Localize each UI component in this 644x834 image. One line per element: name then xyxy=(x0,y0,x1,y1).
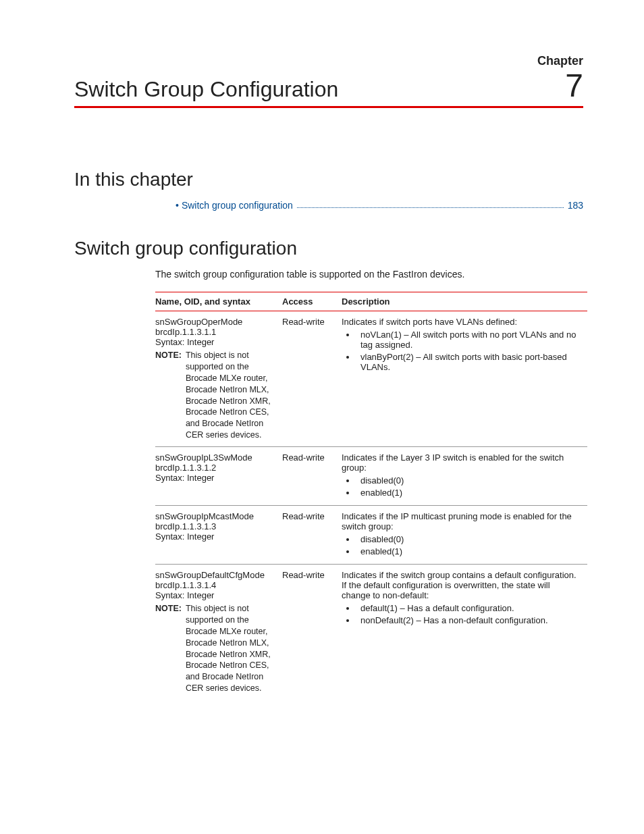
cell-description: Indicates if the Layer 3 IP switch is en… xyxy=(342,447,587,506)
cell-name: snSwGroupIpL3SwModebrcdIp.1.1.3.1.2Synta… xyxy=(155,447,282,506)
oid-table: Name, OID, and syntax Access Description… xyxy=(155,292,587,700)
description-bullets: disabled(0)enabled(1) xyxy=(342,475,581,498)
cell-access: Read-write xyxy=(282,565,342,700)
intro-paragraph: The switch group configuration table is … xyxy=(155,269,583,280)
note-text: This object is not supported on the Broc… xyxy=(186,350,275,441)
col-header-name: Name, OID, and syntax xyxy=(155,292,282,311)
oid-syntax: Syntax: Integer xyxy=(155,337,275,347)
bullet-item: disabled(0) xyxy=(356,475,581,486)
cell-access: Read-write xyxy=(282,506,342,565)
section-heading-in-this-chapter: In this chapter xyxy=(74,169,583,190)
bullet-icon: • xyxy=(176,200,179,211)
cell-name: snSwGroupOperModebrcdIp.1.1.3.1.1Syntax:… xyxy=(155,311,282,447)
cell-description: Indicates if switch ports have VLANs def… xyxy=(342,311,587,447)
oid-syntax: Syntax: Integer xyxy=(155,473,275,483)
oid-value: brcdIp.1.1.3.1.1 xyxy=(155,327,275,337)
title-row: Switch Group Configuration 7 xyxy=(74,71,583,108)
description-bullets: disabled(0)enabled(1) xyxy=(342,534,581,556)
oid-value: brcdIp.1.1.3.1.3 xyxy=(155,521,275,531)
chapter-title: Switch Group Configuration xyxy=(74,77,338,102)
oid-value: brcdIp.1.1.3.1.4 xyxy=(155,580,275,590)
description-text: Indicates if the switch group contains a… xyxy=(342,570,581,600)
bullet-item: enabled(1) xyxy=(356,546,581,556)
toc-row: • Switch group configuration 183 xyxy=(176,200,583,211)
description-bullets: noVLan(1) – All switch ports with no por… xyxy=(342,330,581,372)
toc-list: • Switch group configuration 183 xyxy=(176,200,583,211)
table-row: snSwGroupIpL3SwModebrcdIp.1.1.3.1.2Synta… xyxy=(155,447,587,506)
description-text: Indicates if switch ports have VLANs def… xyxy=(342,317,581,327)
table-row: snSwGroupDefaultCfgModebrcdIp.1.1.3.1.4S… xyxy=(155,565,587,700)
oid-name: snSwGroupOperMode xyxy=(155,317,275,327)
oid-name: snSwGroupIpMcastMode xyxy=(155,511,275,521)
chapter-number: 7 xyxy=(565,71,583,100)
bullet-item: default(1) – Has a default configuration… xyxy=(356,603,581,613)
table-header-row: Name, OID, and syntax Access Description xyxy=(155,292,587,311)
note-label: NOTE: xyxy=(155,350,182,441)
toc-leader-dots xyxy=(297,200,564,208)
chapter-label: Chapter xyxy=(74,54,583,68)
cell-description: Indicates if the IP multicast pruning mo… xyxy=(342,506,587,565)
cell-description: Indicates if the switch group contains a… xyxy=(342,565,587,700)
bullet-item: noVLan(1) – All switch ports with no por… xyxy=(356,330,581,350)
oid-name: snSwGroupIpL3SwMode xyxy=(155,452,275,463)
cell-name: snSwGroupDefaultCfgModebrcdIp.1.1.3.1.4S… xyxy=(155,565,282,700)
note: NOTE:This object is not supported on the… xyxy=(155,350,275,441)
note-text: This object is not supported on the Broc… xyxy=(186,603,275,694)
description-text: Indicates if the Layer 3 IP switch is en… xyxy=(342,452,581,473)
toc-page-number[interactable]: 183 xyxy=(568,200,583,211)
oid-value: brcdIp.1.1.3.1.2 xyxy=(155,463,275,473)
description-bullets: default(1) – Has a default configuration… xyxy=(342,603,581,625)
col-header-access: Access xyxy=(282,292,342,311)
bullet-item: nonDefault(2) – Has a non-default config… xyxy=(356,615,581,625)
cell-name: snSwGroupIpMcastModebrcdIp.1.1.3.1.3Synt… xyxy=(155,506,282,565)
bullet-item: vlanByPort(2) – All switch ports with ba… xyxy=(356,352,581,372)
section-heading-switch-group-config: Switch group configuration xyxy=(74,238,583,259)
cell-access: Read-write xyxy=(282,311,342,447)
table-row: snSwGroupOperModebrcdIp.1.1.3.1.1Syntax:… xyxy=(155,311,587,447)
col-header-description: Description xyxy=(342,292,587,311)
note: NOTE:This object is not supported on the… xyxy=(155,603,275,694)
bullet-item: disabled(0) xyxy=(356,534,581,544)
note-label: NOTE: xyxy=(155,603,182,694)
oid-syntax: Syntax: Integer xyxy=(155,531,275,542)
oid-name: snSwGroupDefaultCfgMode xyxy=(155,570,275,580)
cell-access: Read-write xyxy=(282,447,342,506)
table-row: snSwGroupIpMcastModebrcdIp.1.1.3.1.3Synt… xyxy=(155,506,587,565)
description-text: Indicates if the IP multicast pruning mo… xyxy=(342,511,581,531)
bullet-item: enabled(1) xyxy=(356,488,581,498)
oid-syntax: Syntax: Integer xyxy=(155,590,275,600)
toc-link[interactable]: Switch group configuration xyxy=(182,200,293,211)
page: Chapter Switch Group Configuration 7 In … xyxy=(0,0,644,834)
